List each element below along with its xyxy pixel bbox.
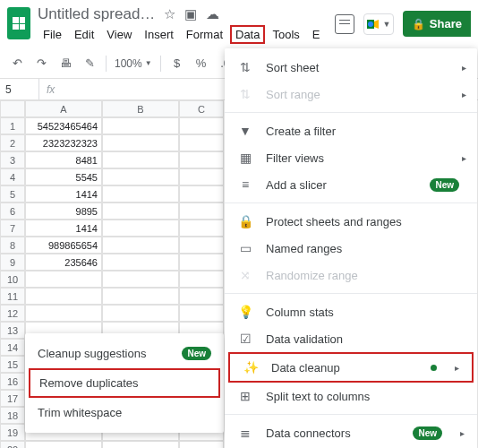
cell[interactable]: 989865654 [25,237,102,254]
row-header[interactable]: 4 [0,168,25,185]
cell[interactable] [102,117,179,134]
share-button[interactable]: 🔒Share [403,11,471,37]
cell[interactable] [25,271,102,288]
row-header[interactable]: 12 [0,305,25,322]
submenu-remove-duplicates[interactable]: Remove duplicates [29,368,220,398]
row-header[interactable]: 11 [0,288,25,305]
cell[interactable] [102,288,179,305]
currency-button[interactable]: $ [169,56,185,70]
cell[interactable] [179,220,224,237]
row-header[interactable]: 10 [0,271,25,288]
cell[interactable] [179,237,224,254]
row-header[interactable]: 16 [0,373,25,390]
cell[interactable] [25,288,102,305]
row-header[interactable]: 15 [0,356,25,373]
row-header[interactable]: 19 [0,424,25,441]
row-header[interactable]: 6 [0,202,25,220]
menu-file[interactable]: File [38,25,67,44]
menu-add-slicer[interactable]: ≡Add a slicerNew [225,171,477,198]
cell[interactable] [25,441,102,448]
cell[interactable] [102,271,179,288]
menu-column-stats[interactable]: 💡Column stats [225,298,477,325]
cell[interactable] [102,305,179,322]
row-header[interactable]: 7 [0,220,25,237]
menu-format[interactable]: Format [181,25,228,44]
cell[interactable] [179,117,224,134]
select-all-corner[interactable] [0,100,25,117]
cell[interactable]: 2323232323 [25,134,102,151]
redo-icon[interactable]: ↷ [33,56,49,70]
menu-protect-sheets[interactable]: 🔒Protect sheets and ranges [225,208,477,235]
menu-create-filter[interactable]: ▼Create a filter [225,117,477,144]
row-header[interactable]: 5 [0,185,25,202]
cell[interactable] [179,271,224,288]
cell[interactable] [179,168,224,185]
row-header[interactable]: 9 [0,254,25,271]
row-header[interactable]: 14 [0,339,25,356]
cell[interactable]: 5545 [25,168,102,185]
menu-view[interactable]: View [101,25,137,44]
submenu-cleanup-suggestions[interactable]: Cleanup suggestionsNew [25,339,224,368]
row-header[interactable]: 17 [0,390,25,407]
row-header[interactable]: 18 [0,407,25,424]
menu-filter-views[interactable]: ▦Filter views▸ [225,144,477,171]
cell[interactable] [102,151,179,168]
cell[interactable] [179,202,224,220]
cell[interactable] [179,134,224,151]
menu-edit[interactable]: Edit [69,25,99,44]
menu-data[interactable]: Data [230,25,265,44]
col-header-b[interactable]: B [102,100,179,117]
comments-icon[interactable] [335,14,354,34]
move-icon[interactable]: ▣ [184,6,197,22]
row-header[interactable]: 20 [0,441,25,448]
cell[interactable] [102,134,179,151]
menu-split-text[interactable]: ⊞Split text to columns [225,383,477,409]
submenu-trim-whitespace[interactable]: Trim whitespace [25,398,224,427]
menu-sort-sheet[interactable]: ⇅Sort sheet▸ [225,54,477,81]
menu-data-cleanup[interactable]: ✨Data cleanup▸ [228,352,474,383]
row-header[interactable]: 3 [0,151,25,168]
row-header[interactable]: 2 [0,134,25,151]
menu-named-ranges[interactable]: ▭Named ranges [225,235,477,262]
cell[interactable] [25,305,102,322]
zoom-select[interactable]: 100% ▼ [115,57,152,70]
cell[interactable] [179,254,224,271]
star-icon[interactable]: ☆ [164,6,175,22]
menu-data-connectors[interactable]: ≣Data connectorsNew▸ [225,419,477,446]
undo-icon[interactable]: ↶ [9,56,25,70]
name-box[interactable]: 5 [0,79,39,99]
cell[interactable] [179,305,224,322]
row-header[interactable]: 1 [0,117,25,134]
menu-tools[interactable]: Tools [267,25,304,44]
doc-title[interactable]: Untitled spread… [38,5,155,23]
col-header-a[interactable]: A [25,100,102,117]
cell[interactable]: 54523465464 [25,117,102,134]
cell[interactable]: 1414 [25,220,102,237]
cell[interactable] [179,441,224,448]
col-header-c[interactable]: C [179,100,224,117]
meet-button[interactable]: ▼ [363,13,394,35]
cell[interactable] [179,185,224,202]
cloud-icon[interactable]: ☁ [206,6,219,22]
menu-insert[interactable]: Insert [139,25,179,44]
row-header[interactable]: 13 [0,322,25,339]
menu-data-validation[interactable]: ☑Data validation [225,325,477,352]
cell[interactable]: 1414 [25,185,102,202]
cell[interactable]: 8481 [25,151,102,168]
cell[interactable]: 9895 [25,202,102,220]
cell[interactable] [102,202,179,220]
percent-button[interactable]: % [193,56,209,70]
cell[interactable] [102,168,179,185]
cell[interactable] [102,254,179,271]
cell[interactable] [102,441,179,448]
menu-extensions[interactable]: E [307,25,326,44]
paint-icon[interactable]: ✎ [81,56,98,70]
cell[interactable] [179,151,224,168]
cell[interactable] [102,185,179,202]
cell[interactable] [179,288,224,305]
row-header[interactable]: 8 [0,237,25,254]
cell[interactable] [102,237,179,254]
cell[interactable]: 235646 [25,254,102,271]
cell[interactable] [102,220,179,237]
print-icon[interactable]: 🖶 [57,56,73,70]
